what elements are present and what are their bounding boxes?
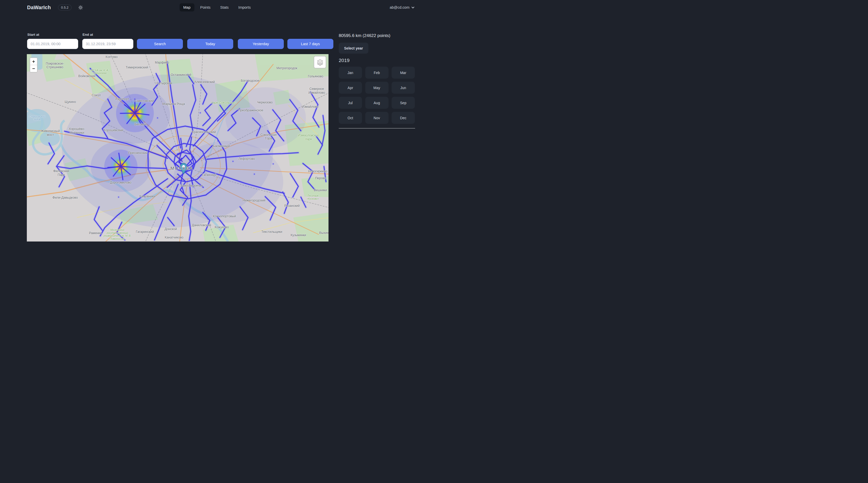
month-grid: Jan Feb Mar Apr May Jun Jul Aug Sep Oct … bbox=[339, 67, 415, 124]
zoom-in-button[interactable]: + bbox=[30, 58, 37, 65]
version-badge: 0.5.2 bbox=[58, 5, 71, 10]
month-button-aug[interactable]: Aug bbox=[365, 97, 389, 109]
chevron-down-icon bbox=[411, 6, 414, 9]
start-at-input[interactable] bbox=[27, 39, 78, 49]
month-button-jan[interactable]: Jan bbox=[339, 67, 362, 78]
month-button-may[interactable]: May bbox=[365, 82, 389, 94]
month-button-sep[interactable]: Sep bbox=[392, 97, 415, 109]
app-logo[interactable]: DaWarIch bbox=[27, 5, 51, 10]
month-button-jun[interactable]: Jun bbox=[392, 82, 415, 94]
search-button[interactable]: Search bbox=[137, 39, 183, 49]
theme-toggle[interactable] bbox=[78, 5, 83, 10]
month-button-feb[interactable]: Feb bbox=[365, 67, 389, 78]
month-button-apr[interactable]: Apr bbox=[339, 82, 362, 94]
layers-control[interactable] bbox=[314, 56, 326, 68]
header: DaWarIch 0.5.2 Map Points Stats Imports … bbox=[0, 0, 434, 15]
month-button-nov[interactable]: Nov bbox=[365, 112, 389, 124]
account-menu[interactable]: ab@cd.com bbox=[390, 5, 414, 9]
year-label: 2019 bbox=[339, 58, 415, 63]
select-year-button[interactable]: Select year bbox=[339, 43, 368, 54]
sidebar-divider bbox=[339, 128, 415, 128]
account-email: ab@cd.com bbox=[390, 5, 409, 9]
month-button-jul[interactable]: Jul bbox=[339, 97, 362, 109]
zoom-out-button[interactable]: − bbox=[30, 65, 37, 72]
month-button-oct[interactable]: Oct bbox=[339, 112, 362, 124]
last-7-days-button[interactable]: Last 7 days bbox=[287, 39, 333, 49]
end-at-label: End at bbox=[83, 33, 93, 36]
tab-points[interactable]: Points bbox=[196, 3, 214, 11]
yesterday-button[interactable]: Yesterday bbox=[238, 39, 284, 49]
today-button[interactable]: Today bbox=[187, 39, 233, 49]
main-nav: Map Points Stats Imports bbox=[180, 3, 255, 11]
layers-icon bbox=[316, 59, 324, 66]
zoom-control: + − bbox=[30, 58, 37, 72]
map-canvas[interactable]: Покровское-Стрешнево Коптево Тимирязевск… bbox=[27, 54, 329, 242]
map-tiles bbox=[27, 54, 329, 242]
distance-stats: 80595.6 km (24622 points) bbox=[339, 33, 415, 38]
end-at-input[interactable] bbox=[82, 39, 133, 49]
month-button-mar[interactable]: Mar bbox=[392, 67, 415, 78]
start-at-label: Start at bbox=[27, 33, 39, 36]
tab-stats[interactable]: Stats bbox=[216, 3, 232, 11]
sun-icon bbox=[78, 5, 83, 10]
month-button-dec[interactable]: Dec bbox=[392, 112, 415, 124]
tab-imports[interactable]: Imports bbox=[235, 3, 254, 11]
sidebar: 80595.6 km (24622 points) Select year 20… bbox=[339, 33, 415, 128]
tab-map[interactable]: Map bbox=[180, 3, 194, 11]
app-window: DaWarIch 0.5.2 Map Points Stats Imports … bbox=[0, 0, 434, 242]
